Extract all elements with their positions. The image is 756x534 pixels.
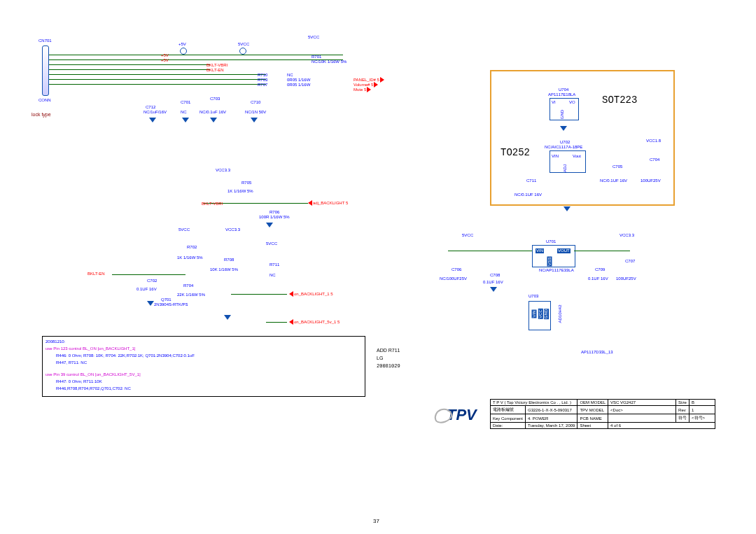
gnd-icon xyxy=(251,118,258,122)
tb-sym-l: 符号 xyxy=(676,414,690,423)
val-r706: 100R 1/16W 5% xyxy=(259,215,290,220)
tb-key-l: Key Component xyxy=(491,414,526,423)
val-c702: 0.1UF 16V xyxy=(136,287,157,292)
gnd-icon xyxy=(210,118,217,122)
val-c709: 0.1UF 16V xyxy=(588,276,608,281)
val-q701: 2N3904S-RTK/PS xyxy=(154,302,188,307)
title-block: T P V ( Top Victory Electronics Co . , L… xyxy=(490,399,715,429)
val-u704: AP1117E18LA xyxy=(548,92,575,97)
ref-c701: C701 xyxy=(181,100,190,105)
val-c712: NC/1uF/16V xyxy=(144,110,167,115)
ref-c706: C706 xyxy=(451,267,461,272)
val-r701: NC/10K 1/16W 5% xyxy=(312,59,346,64)
tb-date-l: Date: xyxy=(491,423,526,429)
val-c711: NC/0.1UF 16V xyxy=(514,192,542,197)
val-r707: 0R05 1/16W xyxy=(287,83,310,87)
label-vcc33: VCC3.3 xyxy=(225,227,240,232)
ref-c705: C705 xyxy=(612,164,622,169)
pin-gnd: GND xyxy=(544,309,549,319)
val-r703: 0R05 1/16W xyxy=(287,78,310,83)
wire xyxy=(448,251,532,251)
power-icon xyxy=(180,48,187,55)
power-icon xyxy=(239,48,246,55)
val-r705: 1K 1/16W 5% xyxy=(227,189,253,194)
label-5vcc: 5VCC xyxy=(238,42,249,47)
net-bklt-vbri: BKLT-VBRI xyxy=(202,202,223,206)
net-bklt-en: BKLT-EN xyxy=(206,68,224,73)
net-adj-bl: adj_BACKLIGHT 5 xyxy=(308,200,348,206)
label-lg: LG xyxy=(377,356,383,361)
tb-pcb-v xyxy=(608,414,676,423)
wire xyxy=(49,79,266,80)
val-c707: 100UF25V xyxy=(616,276,636,281)
ref-u702: U702 xyxy=(560,140,570,145)
wire xyxy=(49,59,343,60)
net-on-bl1: on_BACKLIGHT_1 5 xyxy=(289,291,333,297)
pin-vin: VIN xyxy=(552,154,559,159)
ref-r703: R703 xyxy=(258,78,267,83)
val-c710: NC/1N 50V xyxy=(245,110,266,115)
tb-sheet-v: 4 of 6 xyxy=(608,423,715,429)
pin-vout: VOUT xyxy=(557,248,570,253)
wire xyxy=(49,55,343,55)
val-c708: 0.1UF 16V xyxy=(483,280,503,285)
ref-c703: C703 xyxy=(210,97,220,101)
notes-use2a: R447: 0 Ohm; R711:10K xyxy=(56,379,102,384)
net-bklt-vbri: BKLT-VBRI xyxy=(206,63,227,68)
label-sot223: SOT223 xyxy=(602,94,637,106)
label-5vcc: 5VCC xyxy=(266,241,277,246)
net-5v: +5V xyxy=(161,58,169,63)
label-lock-type: lock type xyxy=(31,112,51,118)
pin-vi: VI xyxy=(552,100,556,105)
tb-rev-l: Rev xyxy=(676,406,690,414)
val-u701: NC/AP1117E33LA xyxy=(539,268,574,273)
gnd-icon xyxy=(182,118,189,122)
notes-use1b: R447, R711: NC xyxy=(56,360,87,365)
gnd-icon xyxy=(564,206,570,211)
pin-gnd: GND xyxy=(560,110,565,119)
val-r710: NC xyxy=(287,73,293,78)
wire xyxy=(49,84,266,85)
val-r704: 22K 1/16W 5% xyxy=(177,293,205,297)
label-date: 20081029 xyxy=(377,363,400,369)
wire xyxy=(112,274,186,275)
val-u702: NC/AIC1117A-18PE xyxy=(545,145,582,150)
notes-use2b: R446,R708,R704,R702,Q701,C702: NC xyxy=(56,386,131,391)
ref-q701: Q701 xyxy=(161,297,172,302)
gnd-icon xyxy=(149,118,156,122)
ref-r701: R701 xyxy=(312,55,321,59)
gnd-icon xyxy=(490,287,497,292)
val-r711: NC xyxy=(270,273,276,278)
label-add-r711: ADD R711 xyxy=(377,348,400,353)
ref-r710: R710 xyxy=(258,73,267,78)
ref-r705: R705 xyxy=(241,181,251,185)
pin-vo: VO xyxy=(569,100,575,105)
tb-boardno-l: 電路板編號 xyxy=(491,406,526,414)
tb-tpv-model-l: TPV MODEL xyxy=(578,406,608,414)
ref-u704: U704 xyxy=(559,87,568,92)
label-5vcc: 5VCC xyxy=(178,227,190,232)
ref-r708: R708 xyxy=(224,258,234,262)
gnd-icon xyxy=(266,223,273,227)
tb-oem-model-l: OEM MODEL xyxy=(578,400,608,406)
pin-vin: VIN xyxy=(536,248,544,253)
label-vcc33: VCC3.3 xyxy=(620,233,634,238)
tpv-logo: TPV xyxy=(447,406,477,424)
page-number: 37 xyxy=(373,518,379,524)
tb-sheet-l: Sheet xyxy=(578,423,608,429)
tb-boardno-v: G3226-1-X-X-5-090317 xyxy=(526,406,578,414)
notes-use1: use Pin 123 control BL_ON [on_BACKLIGHT_… xyxy=(46,346,135,351)
ref-r711: R711 xyxy=(270,262,279,267)
net-5v: +5V xyxy=(161,53,169,58)
ref-r704: R704 xyxy=(183,283,193,288)
tb-company: T P V ( Top Victory Electronics Co . , L… xyxy=(491,400,578,406)
wire xyxy=(231,294,287,295)
ref-u703: U703 xyxy=(528,294,538,299)
wire xyxy=(266,322,287,323)
tb-date-v: Tuesday, March 17, 2009 xyxy=(526,423,578,429)
val-c706: NC/100UF25V xyxy=(440,276,467,281)
label-5v: +5V xyxy=(178,42,186,47)
wire xyxy=(49,74,266,75)
pin-vcc: VCC xyxy=(538,309,543,319)
val-c703: NC/0.1uF 16V xyxy=(200,110,226,115)
